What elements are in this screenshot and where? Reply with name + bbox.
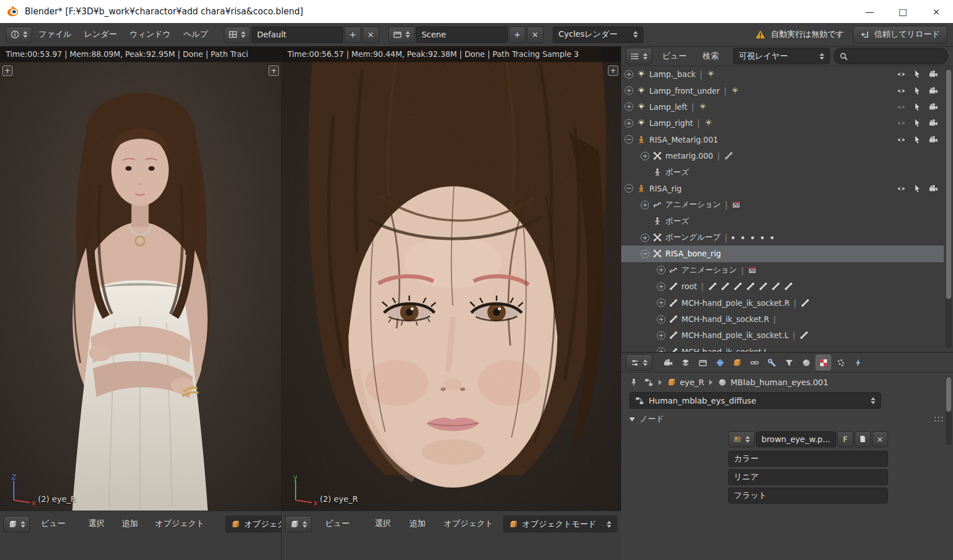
editor-type-button[interactable] — [626, 48, 652, 64]
outliner-row-lamp-left[interactable]: + Lamp_left | — [621, 99, 944, 115]
outliner-row-mch-hand-pole-ik-socket-r[interactable]: + MCH-hand_pole_ik_socket.R | — [621, 294, 944, 310]
outliner-search-field[interactable] — [833, 48, 948, 64]
outliner-display-mode-dropdown[interactable]: 可視レイヤー — [733, 48, 830, 64]
panel-drag-dots-icon[interactable] — [933, 416, 945, 423]
outliner-row-mch-hand-pole-ik-socket-l[interactable]: + MCH-hand_pole_ik_socket.L | — [621, 327, 944, 343]
collapse-icon[interactable]: − — [625, 135, 633, 144]
scrollbar-thumb[interactable] — [946, 70, 951, 299]
render-engine-dropdown[interactable]: Cyclesレンダー — [553, 26, 644, 43]
expand-icon[interactable]: + — [657, 266, 665, 274]
region-expand-icon[interactable]: + — [608, 66, 618, 76]
outliner-item-label[interactable]: アニメーション — [665, 200, 721, 210]
editor-type-button[interactable] — [626, 354, 652, 371]
node-tree-icon[interactable] — [644, 378, 653, 387]
outliner-item-label[interactable]: RISA_bone_rig — [665, 249, 721, 258]
tab-constraints[interactable] — [747, 355, 762, 370]
menu-add[interactable]: 追加 — [403, 516, 432, 532]
menu-window[interactable]: ウィンドウ — [123, 26, 177, 43]
outliner-row-animation-rig[interactable]: + アニメーション | — [621, 197, 944, 213]
visibility-eye-icon[interactable] — [897, 86, 906, 95]
visibility-eye-icon[interactable] — [897, 135, 906, 144]
outliner-item-label[interactable]: Lamp._back — [649, 70, 696, 79]
collapse-icon[interactable]: − — [641, 250, 649, 258]
tab-object[interactable] — [729, 355, 745, 370]
outliner-row-animation-bone-rig[interactable]: + アニメーション | — [621, 262, 944, 278]
tab-material[interactable] — [798, 355, 814, 370]
outliner-menu-view[interactable]: ビュー — [656, 48, 693, 64]
scrollbar-thumb[interactable] — [946, 377, 951, 412]
outliner-row-mch-hand-ik-socket-r[interactable]: + MCH-hand_ik_socket.R | — [621, 311, 944, 327]
unlink-button[interactable]: × — [872, 431, 888, 447]
breadcrumb-object[interactable]: eye_R — [667, 378, 704, 387]
outliner-row-risa-metarig[interactable]: − RISA_Metarig.001 — [621, 132, 944, 148]
outliner-item-label[interactable]: MCH-hand_pole_ik_socket.L — [682, 331, 789, 340]
outliner-item-label[interactable]: Lamp_right — [649, 118, 693, 128]
expand-icon[interactable]: + — [625, 70, 633, 79]
tab-particles[interactable] — [833, 355, 848, 370]
selectability-cursor-icon[interactable] — [913, 184, 922, 193]
outliner-row-bone-groups[interactable]: + ボーングループ | — [621, 229, 944, 246]
mode-dropdown[interactable]: オブジェクトモード — [503, 516, 617, 532]
pin-icon[interactable] — [629, 378, 638, 387]
layout-name-field[interactable]: Default — [251, 26, 343, 43]
outliner-row-lamp-front-under[interactable]: + Lamp_front_under | — [621, 82, 944, 98]
copy-datablock-button[interactable] — [855, 431, 871, 447]
tab-render-layers[interactable] — [678, 355, 693, 370]
outliner-item-label[interactable]: MCH-hand_ik_socket.R — [682, 314, 769, 324]
outliner-row-mch-hand-ik-socket-l[interactable]: + MCH-hand_ik_socket.L — [621, 344, 944, 352]
close-button[interactable]: × — [920, 0, 953, 23]
outliner-item-label[interactable]: root — [682, 282, 697, 291]
selectability-cursor-icon[interactable] — [913, 102, 922, 112]
outliner-row-root[interactable]: + root | — [621, 278, 944, 294]
menu-file[interactable]: ファイル — [32, 26, 78, 43]
renderability-camera-icon[interactable] — [929, 184, 938, 193]
renderability-camera-icon[interactable] — [929, 102, 938, 112]
visibility-eye-icon[interactable] — [897, 118, 906, 128]
tab-scene[interactable] — [695, 355, 710, 370]
outliner-item-label[interactable]: Lamp_front_under — [649, 86, 720, 95]
nodes-panel-header[interactable]: ノード — [629, 414, 945, 424]
expand-icon[interactable]: + — [657, 331, 665, 340]
layout-add-button[interactable]: + — [345, 26, 361, 43]
menu-view[interactable]: ビュー — [319, 516, 356, 532]
tab-texture[interactable] — [816, 355, 831, 370]
editor-type-button[interactable] — [285, 516, 312, 532]
layout-delete-button[interactable]: × — [362, 26, 379, 43]
texture-slot-dropdown[interactable]: Human_mblab_eys_diffuse — [629, 392, 881, 409]
renderability-camera-icon[interactable] — [929, 86, 938, 95]
mode-dropdown[interactable]: オブジェク — [225, 516, 282, 532]
region-expand-icon[interactable]: + — [2, 66, 13, 76]
editor-type-button[interactable] — [3, 516, 30, 532]
outliner-row-pose-rig[interactable]: ポーズ — [621, 213, 944, 229]
outliner-row-pose-metarig[interactable]: ポーズ — [621, 164, 944, 180]
expand-icon[interactable]: + — [625, 102, 633, 111]
tab-render[interactable] — [660, 355, 676, 370]
outliner-item-label[interactable]: RISA_rig — [649, 184, 682, 193]
viewport-3d-left[interactable]: Time:00:53.97 | Mem:88.09M, Peak:92.95M … — [0, 47, 282, 511]
reload-trusted-button[interactable]: 信頼してリロード — [853, 26, 947, 44]
editor-type-button[interactable] — [6, 26, 32, 43]
interpolation-dropdown[interactable]: リニア — [728, 469, 888, 485]
color-space-dropdown[interactable]: カラー — [728, 451, 888, 467]
expand-icon[interactable]: + — [625, 86, 633, 95]
expand-icon[interactable]: + — [657, 315, 665, 324]
maximize-button[interactable]: □ — [886, 0, 920, 23]
menu-add[interactable]: 追加 — [116, 516, 144, 532]
outliner-scrollbar[interactable] — [946, 68, 952, 348]
expand-icon[interactable]: + — [657, 282, 665, 291]
expand-icon[interactable]: + — [641, 152, 649, 160]
expand-icon[interactable]: + — [641, 233, 649, 242]
outliner-row-lamp-back[interactable]: + Lamp._back | — [621, 66, 944, 82]
expand-icon[interactable]: + — [641, 201, 649, 209]
tab-world[interactable] — [712, 355, 728, 370]
renderability-camera-icon[interactable] — [929, 118, 938, 128]
menu-render[interactable]: レンダー — [78, 26, 123, 43]
menu-select[interactable]: 選択 — [369, 516, 397, 532]
breadcrumb-data[interactable]: MBlab_human_eyes.001 — [718, 378, 828, 387]
visibility-eye-icon[interactable] — [897, 184, 906, 193]
expand-icon[interactable]: + — [625, 119, 633, 128]
tab-modifiers[interactable] — [764, 355, 779, 370]
properties-scrollbar[interactable] — [946, 376, 952, 445]
scene-delete-button[interactable]: × — [527, 26, 544, 43]
outliner-item-label[interactable]: ボーングループ — [665, 232, 721, 243]
